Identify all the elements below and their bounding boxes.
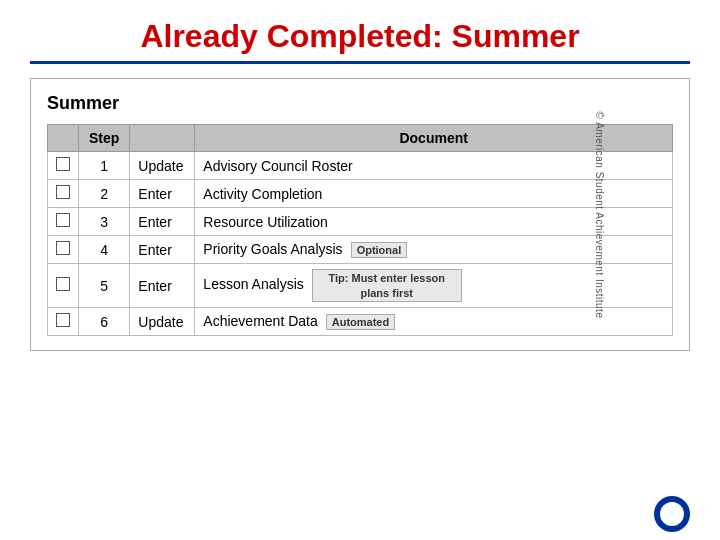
col-header-checkbox	[48, 125, 79, 152]
action-cell: Enter	[130, 236, 195, 264]
checkbox-cell	[48, 236, 79, 264]
table-row: 6UpdateAchievement DataAutomated	[48, 307, 673, 335]
page-title: Already Completed: Summer	[30, 18, 690, 55]
action-cell: Update	[130, 307, 195, 335]
summer-card: Summer Step Document 1UpdateAdvisory Cou…	[30, 78, 690, 351]
checkbox[interactable]	[56, 157, 70, 171]
row-badge: Optional	[351, 242, 408, 258]
checkbox[interactable]	[56, 277, 70, 291]
checkbox-cell	[48, 264, 79, 308]
title-divider	[30, 61, 690, 64]
action-cell: Enter	[130, 208, 195, 236]
step-number: 4	[79, 236, 130, 264]
checkbox-cell	[48, 152, 79, 180]
col-header-step: Step	[79, 125, 130, 152]
checkbox-cell	[48, 307, 79, 335]
step-number: 2	[79, 180, 130, 208]
table-row: 3EnterResource Utilization	[48, 208, 673, 236]
row-badge: Tip: Must enter lesson plans first	[312, 269, 462, 302]
page: Already Completed: Summer Summer Step Do…	[0, 0, 720, 540]
step-number: 1	[79, 152, 130, 180]
logo-area	[654, 496, 690, 532]
checkbox[interactable]	[56, 241, 70, 255]
action-cell: Update	[130, 152, 195, 180]
logo-inner	[660, 502, 684, 526]
step-number: 3	[79, 208, 130, 236]
steps-table: Step Document 1UpdateAdvisory Council Ro…	[47, 124, 673, 336]
table-row: 1UpdateAdvisory Council Roster	[48, 152, 673, 180]
action-cell: Enter	[130, 264, 195, 308]
logo-circle	[654, 496, 690, 532]
checkbox[interactable]	[56, 313, 70, 327]
checkbox[interactable]	[56, 213, 70, 227]
checkbox-cell	[48, 208, 79, 236]
col-header-action	[130, 125, 195, 152]
table-row: 2EnterActivity Completion	[48, 180, 673, 208]
step-number: 5	[79, 264, 130, 308]
checkbox[interactable]	[56, 185, 70, 199]
watermark-text: © American Student Achievement Institute	[594, 111, 605, 318]
table-row: 4EnterPriority Goals AnalysisOptional	[48, 236, 673, 264]
step-number: 6	[79, 307, 130, 335]
row-badge: Automated	[326, 314, 395, 330]
action-cell: Enter	[130, 180, 195, 208]
table-row: 5EnterLesson AnalysisTip: Must enter les…	[48, 264, 673, 308]
card-title: Summer	[47, 93, 673, 114]
checkbox-cell	[48, 180, 79, 208]
